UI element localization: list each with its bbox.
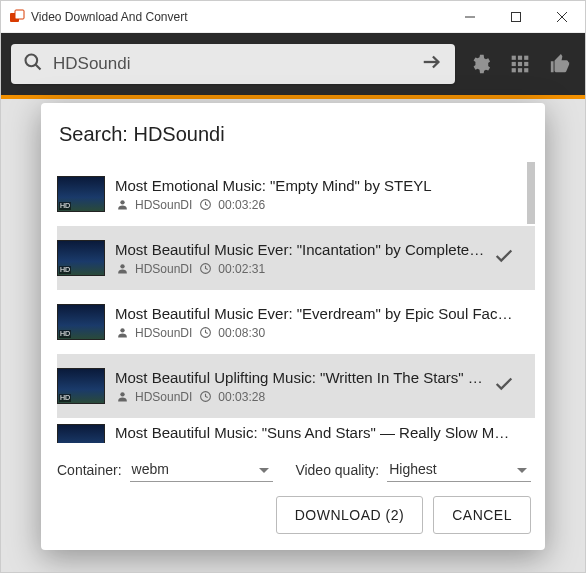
scrollbar[interactable] xyxy=(527,162,535,443)
list-item[interactable]: HD Most Beautiful Music Ever: "Everdream… xyxy=(57,290,535,354)
item-duration: 00:02:31 xyxy=(218,262,265,276)
app-icon xyxy=(9,9,25,25)
check-icon xyxy=(493,373,515,399)
window-title: Video Download And Convert xyxy=(31,10,447,24)
person-icon xyxy=(115,262,129,276)
quality-select[interactable]: Highest xyxy=(387,457,531,482)
modal-overlay: Search: HDSoundi HD Most Emotional Music… xyxy=(1,33,585,572)
item-duration: 00:03:28 xyxy=(218,390,265,404)
video-thumbnail: HD xyxy=(57,424,105,443)
svg-rect-3 xyxy=(512,12,521,21)
download-button[interactable]: DOWNLOAD (2) xyxy=(276,496,423,534)
list-item[interactable]: HD Most Emotional Music: "Empty Mind" by… xyxy=(57,162,535,226)
maximize-button[interactable] xyxy=(493,1,539,33)
container-label: Container: xyxy=(57,462,122,478)
clock-icon xyxy=(198,390,212,404)
item-channel: HDSounDI xyxy=(135,326,192,340)
item-title: Most Emotional Music: "Empty Mind" by ST… xyxy=(115,177,515,194)
search-dialog: Search: HDSoundi HD Most Emotional Music… xyxy=(41,103,545,550)
svg-point-18 xyxy=(120,200,124,204)
person-icon xyxy=(115,326,129,340)
list-item[interactable]: HD Most Beautiful Music: "Suns And Stars… xyxy=(57,418,535,443)
item-title: Most Beautiful Music Ever: "Everdream" b… xyxy=(115,305,515,322)
person-icon xyxy=(115,390,129,404)
container-select[interactable]: webm xyxy=(130,457,274,482)
person-icon xyxy=(115,198,129,212)
svg-point-22 xyxy=(120,328,124,332)
svg-point-24 xyxy=(120,392,124,396)
video-thumbnail: HD xyxy=(57,240,105,276)
item-title: Most Beautiful Music: "Suns And Stars" —… xyxy=(115,424,515,441)
cancel-button[interactable]: CANCEL xyxy=(433,496,531,534)
item-duration: 00:08:30 xyxy=(218,326,265,340)
close-button[interactable] xyxy=(539,1,585,33)
clock-icon xyxy=(198,198,212,212)
results-list: HD Most Emotional Music: "Empty Mind" by… xyxy=(57,162,535,443)
item-channel: HDSounDI xyxy=(135,390,192,404)
video-thumbnail: HD xyxy=(57,304,105,340)
item-title: Most Beautiful Uplifting Music: "Written… xyxy=(115,369,485,386)
options-row: Container: webm Video quality: Highest xyxy=(57,443,535,496)
item-duration: 00:03:26 xyxy=(218,198,265,212)
video-thumbnail: HD xyxy=(57,176,105,212)
video-thumbnail: HD xyxy=(57,368,105,404)
check-icon xyxy=(493,245,515,271)
clock-icon xyxy=(198,326,212,340)
titlebar: Video Download And Convert xyxy=(1,1,585,33)
minimize-button[interactable] xyxy=(447,1,493,33)
dialog-buttons: DOWNLOAD (2) CANCEL xyxy=(57,496,535,534)
clock-icon xyxy=(198,262,212,276)
dialog-title: Search: HDSoundi xyxy=(57,123,535,146)
svg-point-20 xyxy=(120,264,124,268)
item-channel: HDSounDI xyxy=(135,262,192,276)
item-channel: HDSounDI xyxy=(135,198,192,212)
svg-rect-1 xyxy=(15,10,24,19)
list-item[interactable]: HD Most Beautiful Music Ever: "Incantati… xyxy=(57,226,535,290)
list-item[interactable]: HD Most Beautiful Uplifting Music: "Writ… xyxy=(57,354,535,418)
item-title: Most Beautiful Music Ever: "Incantation"… xyxy=(115,241,485,258)
scrollbar-thumb[interactable] xyxy=(527,162,535,224)
quality-label: Video quality: xyxy=(295,462,379,478)
